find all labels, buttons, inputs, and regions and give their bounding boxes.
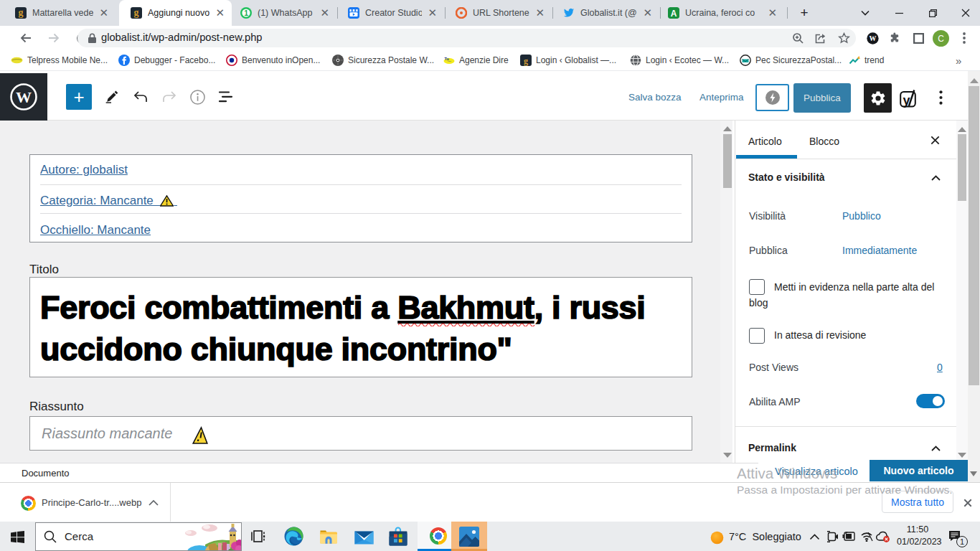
svg-text:1: 1 (244, 9, 248, 17)
svg-text:W: W (16, 88, 32, 106)
svg-text:C: C (938, 33, 944, 43)
svg-text:···: ··· (448, 59, 451, 63)
svg-text:A: A (671, 9, 677, 19)
svg-text:g: g (524, 56, 528, 66)
svg-text:W: W (869, 34, 876, 42)
